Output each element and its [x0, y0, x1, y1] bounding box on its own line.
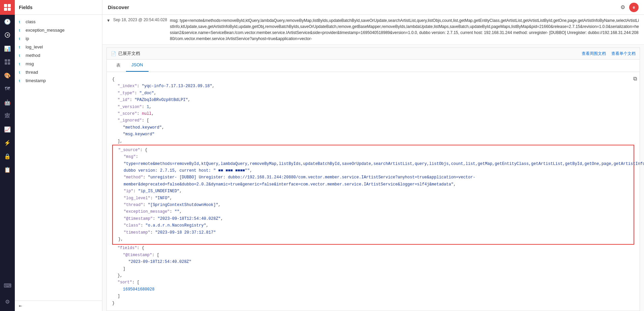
json-source-exception: "exception_message": "",	[113, 208, 634, 215]
json-close-brace: }	[112, 300, 634, 307]
sidebar-item-class[interactable]: t class	[15, 18, 102, 26]
sidebar-item-ip[interactable]: t ip	[15, 34, 102, 43]
nav-visualize[interactable]: 📊	[0, 42, 15, 55]
log-timestamp: Sep 18, 2023 @ 20:54:40.028	[113, 18, 167, 22]
field-label-ip: ip	[26, 36, 29, 41]
topbar: Discover ⚙ e	[102, 0, 644, 15]
json-fields-close: },	[112, 272, 634, 279]
nav-monitoring[interactable]: 📈	[0, 123, 15, 136]
field-label-msg: msg	[26, 61, 34, 66]
field-label-method: method	[26, 53, 40, 58]
svg-rect-0	[4, 4, 7, 7]
json-ignored-2: "msg.keyword"	[112, 131, 634, 138]
json-sort-open: "sort": [	[112, 279, 634, 286]
json-version: "_version": 1,	[112, 104, 634, 110]
sidebar-item-thread[interactable]: t thread	[15, 68, 102, 76]
sidebar-item-msg[interactable]: t msg	[15, 60, 102, 68]
doc-viewer-title-text: 已展开文档	[118, 50, 140, 57]
type-indicator-class: t	[19, 20, 23, 24]
nav-security[interactable]: 🔒	[0, 149, 15, 163]
type-indicator-msg: t	[19, 62, 23, 66]
log-entry: ▼ Sep 18, 2023 @ 20:54:40.028 msg: type=…	[102, 15, 644, 45]
nav-recent[interactable]: 🕐	[0, 15, 15, 28]
sidebar-items-list: t class t exception_message t ip t log_l…	[15, 15, 102, 301]
collapse-icon: ⇤	[19, 304, 22, 308]
type-indicator-timestamp: t	[19, 79, 23, 83]
doc-viewer-title-area: 📄 已展开文档	[111, 50, 140, 57]
nav-dashboard[interactable]	[0, 55, 15, 69]
nav-apm[interactable]: ⚡	[0, 136, 15, 149]
type-indicator-exception: t	[19, 28, 23, 32]
sidebar-item-timestamp[interactable]: t timestamp	[15, 76, 102, 85]
tab-table[interactable]: 表	[111, 60, 126, 72]
nav-dev-tools[interactable]: ⌨	[0, 279, 15, 292]
json-score: "_score": null,	[112, 110, 634, 117]
type-indicator-thread: t	[19, 70, 23, 74]
json-sort-val: 1695041680028	[112, 286, 634, 293]
tab-json[interactable]: JSON	[126, 60, 149, 72]
json-source-close: },	[113, 236, 634, 243]
doc-viewer-actions: 查看周围文档 查看单个文档	[582, 51, 636, 57]
svg-rect-2	[4, 8, 7, 11]
json-id: "_id": "PAZbqIoBRvOzp8tBdLPI",	[112, 97, 634, 103]
svg-rect-3	[8, 8, 11, 11]
json-fields-at-timestamp-close: ]	[112, 266, 634, 272]
nav-maps[interactable]: 🗺	[0, 82, 15, 96]
nav-logs[interactable]: 📋	[0, 163, 15, 176]
settings-icon[interactable]: ⚙	[620, 4, 625, 10]
json-fields-at-timestamp-val: "2023-09-18T12:54:40.028Z"	[112, 258, 634, 265]
json-ignored-close: ],	[112, 138, 634, 145]
nav-ml[interactable]: 🤖	[0, 96, 15, 109]
json-source-msg: "msg": "type=remote&methods=removeById,k…	[113, 153, 634, 174]
json-ignored-open: "_ignored": [	[112, 117, 634, 124]
svg-marker-5	[7, 34, 9, 36]
svg-rect-9	[8, 62, 10, 65]
sidebar-item-log-level[interactable]: t log_level	[15, 43, 102, 51]
sidebar-item-exception-message[interactable]: t exception_message	[15, 26, 102, 34]
type-indicator-method: t	[19, 54, 23, 58]
json-source-method: "method": "unregister- [DUBBO] Unregiste…	[113, 174, 634, 188]
json-source-thread: "thread": "[SpringContextShutdownHook]",	[113, 202, 634, 208]
sidebar: Fields t class t exception_message t ip …	[15, 0, 102, 311]
svg-rect-7	[8, 59, 10, 62]
nav-discover[interactable]	[0, 28, 15, 42]
action-surrounding-docs[interactable]: 查看周围文档	[582, 51, 606, 57]
json-type: "_type": "_doc",	[112, 90, 634, 97]
nav-graph[interactable]: 🕸	[0, 109, 15, 123]
svg-rect-1	[8, 4, 11, 7]
field-label-thread: thread	[26, 70, 38, 75]
json-ignored-1: "method.keyword",	[112, 124, 634, 131]
user-avatar[interactable]: e	[629, 3, 639, 12]
json-index: "_index": "yqc-info-7.17.13-2023.09.18",	[112, 83, 634, 90]
json-source-highlighted: "_source": { "msg": "type=remote&methods…	[112, 145, 634, 245]
doc-viewer: 📄 已展开文档 查看周围文档 查看单个文档 表 JSON ⧉ { "_index…	[106, 47, 640, 311]
collapse-sidebar[interactable]: ⇤	[15, 301, 102, 311]
copy-button[interactable]: ⧉	[633, 75, 637, 84]
sidebar-header: Fields	[15, 0, 102, 15]
action-single-doc[interactable]: 查看单个文档	[611, 51, 636, 57]
page-title: Discover	[108, 4, 129, 10]
json-sort-close: ]	[112, 293, 634, 300]
topbar-icons: ⚙ e	[620, 3, 639, 12]
json-source-open: "_source": {	[113, 147, 634, 153]
icon-nav: 🕐 📊 🎨 🗺 🤖 🕸 📈 ⚡ 🔒 📋 ⌨ ⚙	[0, 0, 15, 311]
log-entry-header: ▼ Sep 18, 2023 @ 20:54:40.028 msg: type=…	[102, 15, 644, 44]
svg-rect-8	[5, 62, 7, 65]
doc-tabs: 表 JSON	[107, 60, 640, 72]
json-source-at-timestamp: "@timestamp": "2023-09-18T12:54:40.028Z"…	[113, 215, 634, 222]
content-area: ▼ Sep 18, 2023 @ 20:54:40.028 msg: type=…	[102, 15, 644, 311]
nav-settings[interactable]: ⚙	[0, 295, 15, 308]
log-msg-preview: msg: type=remote&methods=removeById,ktQu…	[170, 18, 640, 42]
field-label-log-level: log_level	[26, 44, 43, 49]
app-logo[interactable]	[0, 0, 15, 15]
json-fields-at-timestamp-open: "@timestamp": [	[112, 252, 634, 258]
json-viewer: ⧉ { "_index": "yqc-info-7.17.13-2023.09.…	[107, 72, 640, 311]
nav-canvas[interactable]: 🎨	[0, 69, 15, 82]
svg-rect-6	[5, 59, 7, 62]
sidebar-title: Fields	[19, 5, 32, 10]
sidebar-item-method[interactable]: t method	[15, 51, 102, 60]
json-fields-open: "fields": {	[112, 245, 634, 251]
log-toggle[interactable]: ▼	[106, 18, 110, 23]
doc-viewer-header: 📄 已展开文档 查看周围文档 查看单个文档	[107, 48, 640, 60]
main-content: Discover ⚙ e ▼ Sep 18, 2023 @ 20:54:40.0…	[102, 0, 644, 311]
